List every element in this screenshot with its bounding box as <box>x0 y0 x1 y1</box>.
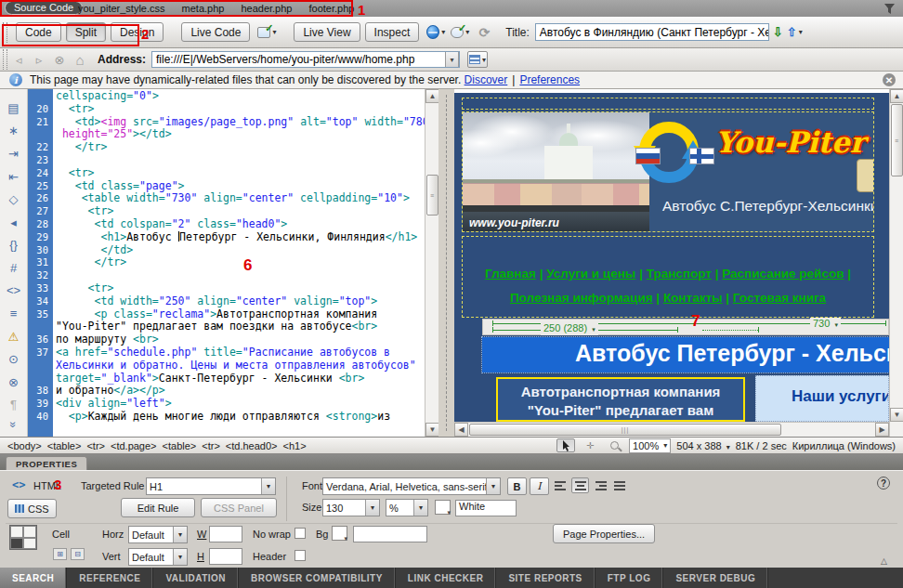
cell-width-input[interactable] <box>209 526 242 542</box>
collapse-selection-icon[interactable]: ⇤ <box>4 167 24 187</box>
results-tab-link-checker[interactable]: LINK CHECKER <box>396 568 497 588</box>
collapse-full-tag-icon[interactable]: ⇥ <box>4 144 24 163</box>
code-line[interactable]: 25 <td class="page"> <box>28 180 425 193</box>
table-width-bar[interactable]: 730 ▾ 250 (288) ▾ 7 <box>482 319 889 335</box>
code-line[interactable]: Хельсинки и обратно. Цены и места отправ… <box>28 359 425 372</box>
home-icon[interactable]: ⌂ <box>72 52 88 67</box>
site-banner[interactable]: www.you-piter.ru You-Piter Автобус С.Пет… <box>462 111 874 232</box>
discover-link[interactable]: Discover <box>465 73 508 86</box>
scroll-up-icon[interactable]: ▲ <box>890 89 903 103</box>
code-line[interactable]: 32 <box>28 269 425 282</box>
align-left-icon[interactable] <box>552 477 569 493</box>
magnification-select[interactable]: 100% ▾ <box>629 438 671 453</box>
scroll-down-icon[interactable]: ▼ <box>425 423 439 437</box>
tag-selector-item[interactable]: <td.page> <box>111 440 157 451</box>
code-line[interactable]: 39<div align="left"> <box>28 398 425 411</box>
balance-braces-icon[interactable]: {} <box>4 235 24 255</box>
address-dropdown-icon[interactable]: ▾ <box>445 51 459 68</box>
tag-selector-item[interactable]: <h1> <box>283 440 307 451</box>
bg-color-swatch[interactable] <box>332 526 347 541</box>
code-line[interactable]: height="25"></td> <box>28 128 425 141</box>
code-line[interactable]: 30 </td> <box>28 244 425 257</box>
preview-in-browser-icon[interactable]: ▾ <box>426 24 445 41</box>
scroll-right-icon[interactable]: ▶ <box>875 423 889 437</box>
apply-comment-icon[interactable]: ⊙ <box>4 349 24 369</box>
nav-link[interactable]: Главная <box>485 267 536 281</box>
no-wrap-checkbox[interactable] <box>294 528 306 539</box>
line-numbers-icon[interactable]: # <box>4 258 24 278</box>
address-input[interactable]: file:///E|/WebServers/home/you-piter/www… <box>151 51 460 68</box>
code-line[interactable]: 37<a href="schedule.php" title="Расписан… <box>28 346 425 359</box>
design-hscrollbar[interactable]: ◀ ||| ▶ <box>454 422 889 437</box>
syntax-error-alerts-icon[interactable]: ⚠ <box>4 327 24 346</box>
tag-selector-item[interactable]: <tr> <box>202 440 220 451</box>
nav-link[interactable]: Гостевая книга <box>733 291 826 305</box>
help-icon[interactable]: ? <box>877 477 890 490</box>
stop-icon[interactable]: ⊗ <box>51 52 68 67</box>
company-info-box[interactable]: Автотранспортная компания "You-Piter" пр… <box>496 377 745 422</box>
design-scrollbar[interactable]: ▲ ≡ ▼ <box>889 89 903 437</box>
tag-selector-item[interactable]: <body> <box>7 440 42 451</box>
code-line[interactable]: 23 <box>28 154 425 167</box>
live-code-button[interactable]: Live Code <box>181 22 250 42</box>
targeted-rule-select[interactable]: H1▾ <box>146 477 276 495</box>
align-center-icon[interactable] <box>571 477 589 493</box>
select-tool-icon[interactable] <box>556 438 575 452</box>
css-panel-button[interactable]: CSS Panel <box>201 498 277 517</box>
tag-selector-item[interactable]: <td.head0> <box>226 440 278 451</box>
back-icon[interactable]: ◃ <box>10 52 27 67</box>
file-management-icon[interactable]: ▾ <box>451 24 469 41</box>
view-options-button[interactable]: ▾ <box>467 51 488 68</box>
nav-link[interactable]: Услуги и цены <box>546 267 635 281</box>
nav-link[interactable]: Контакты <box>663 291 723 305</box>
edit-rule-button[interactable]: Edit Rule <box>121 498 195 517</box>
title-input[interactable]: Автобус в Финляндию (Санкт Петербург - Х… <box>535 23 769 41</box>
refresh-icon[interactable]: ⟳ <box>475 24 493 41</box>
code-line[interactable]: 29 <h1>Автобус Петербург - Хельсинки, Фи… <box>28 231 425 244</box>
page-heading-bar[interactable]: Автобус Петербург - Хельсинки <box>482 337 889 372</box>
live-view-button[interactable]: Live View <box>294 22 360 42</box>
check-browser-compatibility-icon[interactable]: ▾ <box>257 24 276 41</box>
vert-select[interactable]: Default▾ <box>128 548 188 566</box>
code-line[interactable]: 31 </tr> <box>28 256 425 269</box>
unit-select[interactable]: %▾ <box>386 499 428 516</box>
color-name-input[interactable]: White <box>455 500 517 516</box>
italic-button[interactable]: I <box>530 477 549 495</box>
format-source-code-icon[interactable]: ¶ <box>4 396 24 415</box>
css-mode-button[interactable]: CSS <box>7 499 57 518</box>
page-properties-button[interactable]: Page Properties... <box>553 524 655 543</box>
code-line[interactable]: 26 <table width="730" align="center" cel… <box>28 192 425 205</box>
code-line[interactable]: 24 <tr> <box>28 167 425 180</box>
open-documents-icon[interactable]: ▤ <box>4 98 24 118</box>
tag-selector-item[interactable]: <table> <box>47 440 82 451</box>
size-select[interactable]: 130▾ <box>322 499 380 516</box>
code-line[interactable]: 36по маршруту <br> <box>28 333 425 346</box>
results-tab-reference[interactable]: REFERENCE <box>67 568 153 588</box>
text-color-swatch[interactable] <box>435 500 451 515</box>
code-line[interactable]: target="_blank">Санкт-Петербург - Хельси… <box>28 372 425 385</box>
scrollbar-thumb[interactable]: ≡ <box>891 104 903 176</box>
preferences-link[interactable]: Preferences <box>519 73 580 86</box>
remove-comment-icon[interactable]: ⊗ <box>4 372 24 392</box>
inspect-button[interactable]: Inspect <box>365 22 420 42</box>
results-tab-server-debug[interactable]: SERVER DEBUG <box>663 568 768 588</box>
font-select[interactable]: Verdana, Arial, Helvetica, sans-serif▾ <box>322 477 501 495</box>
nav-link[interactable]: Расписание рейсов <box>722 267 844 281</box>
code-line[interactable]: 22 </tr> <box>28 141 425 154</box>
tag-selector-item[interactable]: <tr> <box>86 440 105 451</box>
code-line[interactable]: 27 <tr> <box>28 205 425 218</box>
forward-icon[interactable]: ▹ <box>31 52 47 67</box>
results-tab-site-reports[interactable]: SITE REPORTS <box>496 568 595 588</box>
head-content-icon[interactable]: ∗ <box>4 122 24 141</box>
merge-cells-icon[interactable]: ⊞ <box>53 548 67 560</box>
collapse-panel-icon[interactable]: △ <box>881 556 887 566</box>
nav-link[interactable]: Транспорт <box>647 267 712 281</box>
code-line[interactable]: "You-Piter" предлагает вам поездки на ав… <box>28 320 425 333</box>
table-width-value[interactable]: 730 ▾ <box>810 318 841 331</box>
nav-link[interactable]: Полезная информация <box>510 291 653 305</box>
code-line[interactable]: 40 <p>Каждый день многие люди отправляют… <box>28 411 425 424</box>
scrollbar-thumb[interactable]: ||| <box>469 424 781 436</box>
tag-selector-item[interactable]: <table> <box>163 440 197 451</box>
code-line[interactable]: 21 <td><img src="images/page_top.png" al… <box>28 116 425 129</box>
close-icon[interactable]: ✕ <box>883 73 896 86</box>
